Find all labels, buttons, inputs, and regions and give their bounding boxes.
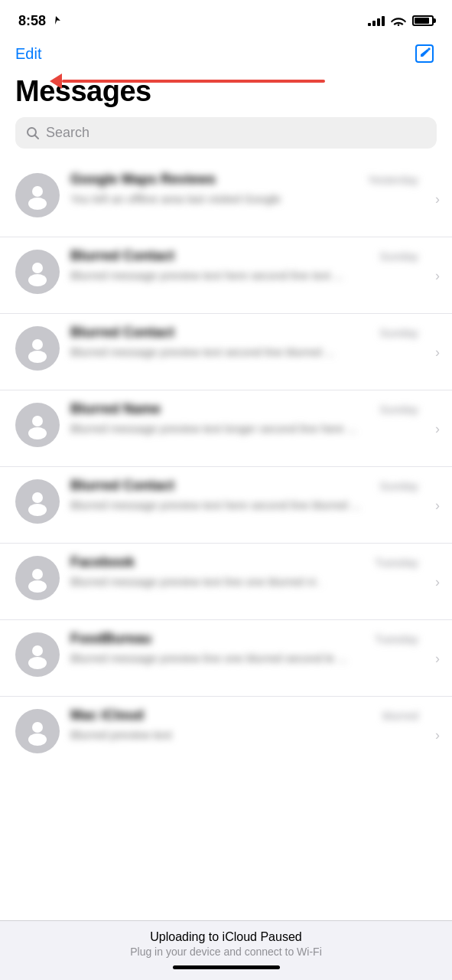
avatar-icon: [23, 640, 52, 669]
message-time: Tuesday: [375, 556, 418, 569]
avatar-icon: [23, 334, 52, 363]
nav-bar: Edit: [0, 38, 452, 72]
message-preview: Blurred message preview line one blurred…: [70, 650, 418, 666]
icloud-title: Uploading to iCloud Paused: [15, 930, 437, 944]
search-icon: [26, 126, 40, 140]
edit-button[interactable]: Edit: [15, 45, 41, 63]
wifi-icon: [391, 15, 406, 26]
status-time: 8:58: [18, 13, 61, 29]
svg-point-7: [32, 339, 43, 350]
message-list: Google Maps Reviews Yesterday You left a…: [0, 161, 452, 773]
avatar-icon: [23, 717, 52, 746]
contact-name: Blurred Contact: [70, 478, 373, 494]
chevron-icon: ›: [435, 344, 440, 360]
avatar-icon: [23, 181, 52, 210]
svg-point-15: [32, 645, 43, 656]
svg-point-14: [28, 580, 47, 593]
message-header: Blurred Contact Sunday: [70, 325, 418, 341]
annotation-arrow: [50, 75, 325, 87]
message-item[interactable]: Mac iCloud blurred Blurred preview text …: [0, 697, 452, 773]
time-display: 8:58: [18, 13, 46, 29]
contact-name: Facebook: [70, 554, 369, 570]
svg-point-11: [32, 492, 43, 503]
avatar: [15, 556, 60, 600]
message-item[interactable]: Blurred Contact Sunday Blurred message p…: [0, 314, 452, 390]
message-item[interactable]: FoodBureau Tuesday Blurred message previ…: [0, 620, 452, 697]
bottom-bar: Uploading to iCloud Paused Plug in your …: [0, 920, 452, 980]
message-header: Facebook Tuesday: [70, 554, 418, 570]
svg-point-9: [32, 416, 43, 426]
svg-point-8: [28, 351, 47, 363]
message-item[interactable]: Facebook Tuesday Blurred message preview…: [0, 544, 452, 620]
chevron-icon: ›: [435, 497, 440, 513]
chevron-icon: ›: [435, 727, 440, 743]
compose-button[interactable]: [412, 41, 437, 66]
message-header: Google Maps Reviews Yesterday: [70, 172, 418, 188]
compose-icon: [414, 43, 435, 64]
svg-point-16: [28, 657, 47, 669]
message-preview: Blurred message preview text longer seco…: [70, 420, 418, 436]
message-time: blurred: [382, 709, 418, 722]
message-preview: You left an offline area last visited Go…: [70, 191, 418, 207]
message-content: Mac iCloud blurred Blurred preview text: [70, 707, 437, 743]
contact-name: Mac iCloud: [70, 707, 376, 724]
contact-name: Google Maps Reviews: [70, 172, 362, 188]
message-time: Sunday: [379, 326, 418, 339]
message-header: Blurred Contact Sunday: [70, 478, 418, 494]
svg-line-2: [35, 135, 39, 139]
status-bar: 8:58: [0, 0, 452, 38]
arrow-line: [62, 80, 325, 83]
svg-point-13: [32, 569, 43, 580]
message-time: Sunday: [379, 479, 418, 492]
avatar-icon: [23, 564, 52, 593]
chevron-icon: ›: [435, 191, 440, 207]
search-placeholder: Search: [46, 125, 89, 141]
chevron-icon: ›: [435, 650, 440, 666]
svg-point-5: [32, 263, 43, 273]
message-content: Blurred Name Sunday Blurred message prev…: [70, 401, 437, 436]
avatar: [15, 479, 60, 524]
message-preview: Blurred message preview text line one bl…: [70, 573, 418, 590]
avatar: [15, 326, 60, 371]
svg-point-12: [28, 504, 47, 516]
chevron-icon: ›: [435, 267, 440, 283]
svg-point-18: [28, 733, 47, 746]
message-preview: Blurred message preview text second line…: [70, 344, 418, 360]
avatar-icon: [23, 410, 52, 439]
avatar: [15, 709, 60, 753]
search-bar[interactable]: Search: [15, 117, 437, 149]
chevron-icon: ›: [435, 420, 440, 436]
contact-name: Blurred Name: [70, 401, 373, 417]
signal-bars: [368, 15, 385, 26]
message-time: Sunday: [379, 250, 418, 263]
contact-name: FoodBureau: [70, 631, 369, 647]
status-icons: [368, 15, 434, 26]
icloud-subtitle: Plug in your device and connect to Wi-Fi: [15, 946, 437, 958]
home-indicator: [173, 965, 280, 969]
message-preview: Blurred message preview text here second…: [70, 497, 418, 513]
message-item[interactable]: Blurred Contact Sunday Blurred message p…: [0, 237, 452, 314]
message-item[interactable]: Google Maps Reviews Yesterday You left a…: [0, 161, 452, 237]
search-container: Search: [0, 117, 452, 161]
contact-name: Blurred Contact: [70, 325, 373, 341]
message-item[interactable]: Blurred Contact Sunday Blurred message p…: [0, 467, 452, 544]
battery-icon: [412, 15, 434, 26]
message-time: Yesterday: [368, 173, 418, 186]
svg-point-6: [28, 274, 47, 286]
avatar-icon: [23, 257, 52, 286]
message-content: Google Maps Reviews Yesterday You left a…: [70, 172, 437, 207]
avatar: [15, 403, 60, 447]
avatar-icon: [23, 487, 52, 516]
avatar: [15, 632, 60, 677]
arrow-head: [50, 74, 62, 89]
chevron-icon: ›: [435, 573, 440, 590]
svg-point-4: [28, 198, 47, 210]
message-content: Blurred Contact Sunday Blurred message p…: [70, 248, 437, 283]
message-header: Mac iCloud blurred: [70, 707, 418, 724]
message-header: FoodBureau Tuesday: [70, 631, 418, 647]
message-time: Sunday: [379, 403, 418, 416]
message-content: Blurred Contact Sunday Blurred message p…: [70, 478, 437, 513]
message-item[interactable]: Blurred Name Sunday Blurred message prev…: [0, 390, 452, 467]
location-icon: [50, 15, 61, 26]
contact-name: Blurred Contact: [70, 248, 373, 264]
